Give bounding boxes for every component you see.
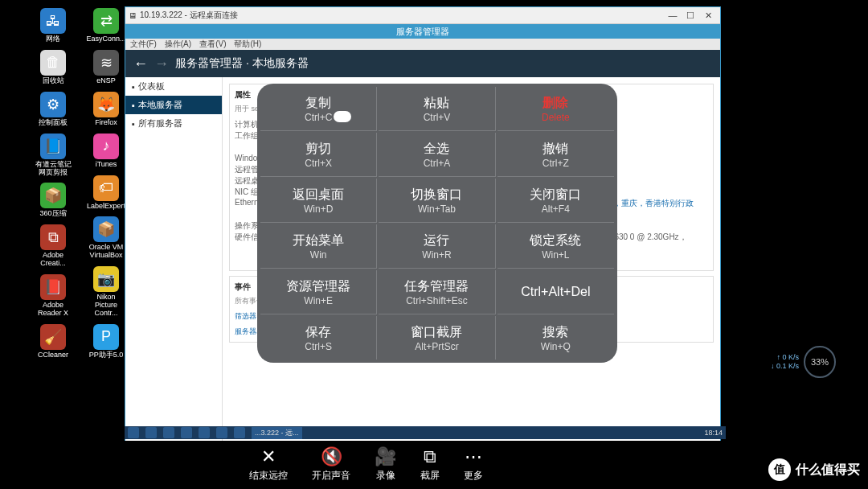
server-manager-header: ← → 服务器管理器 · 本地服务器 [125,50,720,77]
desktop-icon[interactable]: P PP助手5.0 [85,324,127,360]
control-button[interactable]: ⧉ 截屏 [420,446,440,483]
rdp-titlebar[interactable]: 🖥 10.19.3.222 - 远程桌面连接 — ☐ ✕ [125,7,720,24]
shortcut-cell[interactable]: 粘贴 Ctrl+V [379,87,495,131]
taskbar-icon[interactable] [163,427,174,438]
forward-arrow-icon[interactable]: → [154,55,169,72]
shortcut-cell[interactable]: 关闭窗口 Alt+F4 [497,179,614,223]
shortcut-cell[interactable]: Ctrl+Alt+Del [497,270,614,314]
shortcut-cell[interactable]: 复制 Ctrl+C [260,87,377,131]
shortcut-key: Win+Tab [418,203,456,215]
desktop-icon[interactable]: 🖧 网络 [32,8,74,43]
desktop-icon-label: Adobe Reader X [32,302,74,318]
shortcut-name: 全选 [424,141,449,158]
app-icon: 📕 [40,274,66,300]
desktop-icon[interactable]: 🗑 回收站 [32,50,74,85]
shortcut-name: 运行 [424,232,449,249]
menu-item[interactable]: 操作(A) [165,39,191,50]
back-arrow-icon[interactable]: ← [133,55,148,72]
desktop-icon[interactable]: 📦 360压缩 [32,183,74,218]
shortcut-cell[interactable]: 撤销 Ctrl+Z [497,133,614,177]
control-button[interactable]: 🔇 开启声音 [312,446,350,483]
shortcut-cell[interactable]: 全选 Ctrl+A [379,133,495,177]
taskbar-icon[interactable] [181,427,192,438]
shortcut-name: 粘贴 [424,95,449,112]
shortcut-key: Ctrl+X [305,158,332,169]
desktop-icon[interactable]: 📷 Nikon Picture Contr... [85,266,127,318]
shortcut-key: Win+R [422,249,451,261]
desktop-icon[interactable]: ⚙ 控制面板 [32,92,74,127]
desktop-icon-label: 网络 [46,35,60,43]
start-button[interactable] [128,427,139,438]
control-label: 更多 [464,469,483,483]
control-icon: ⋯ [465,446,482,467]
control-button[interactable]: ⋯ 更多 [464,446,483,483]
shortcut-cell[interactable]: 保存 Ctrl+S [260,316,377,360]
taskbar-running-item[interactable]: ...3.222 - 远... [252,427,302,439]
shortcut-name: 保存 [305,324,331,341]
shortcut-key: Win+D [304,203,333,215]
control-button[interactable]: ✕ 结束远控 [249,446,288,483]
remote-taskbar[interactable]: ...3.222 - 远... 18:14 [125,426,726,439]
desktop-icon[interactable]: ≋ eNSP [85,50,127,85]
app-icon: ♪ [93,134,119,159]
shortcut-cell[interactable]: 窗口截屏 Alt+PrtScr [379,316,495,360]
menu-item[interactable]: 查看(V) [199,39,226,50]
shortcut-cell[interactable]: 搜索 Win+Q [497,316,614,360]
menu-item[interactable]: 帮助(H) [234,39,261,50]
desktop-icon[interactable]: 📘 有道云笔记网页剪报 [32,134,74,177]
cpu-circle: 33% [804,346,836,378]
menu-item[interactable]: 文件(F) [130,39,157,50]
shortcut-cell[interactable]: 锁定系统 Win+L [497,224,614,269]
shortcut-name: 任务管理器 [404,278,469,295]
taskbar-icon[interactable] [216,427,227,438]
control-label: 开启声音 [312,469,350,483]
taskbar-icon[interactable] [199,427,210,438]
close-button[interactable]: ✕ [699,10,717,21]
filter-label[interactable]: 筛选器 [235,311,256,322]
shortcut-cell[interactable]: 任务管理器 Ctrl+Shift+Esc [379,270,495,314]
shortcut-cell[interactable]: 剪切 Ctrl+X [260,133,377,177]
control-icon: 🎥 [375,446,396,467]
shortcut-cell[interactable]: 资源管理器 Win+E [260,270,377,314]
shortcut-cell[interactable]: 切换窗口 Win+Tab [379,179,495,223]
control-icon: ✕ [261,446,276,467]
watermark-badge-icon: 值 [768,458,791,481]
shortcut-cell[interactable]: 运行 Win+R [379,224,495,269]
taskbar-icon[interactable] [234,427,245,438]
watermark-text: 什么值得买 [796,462,860,479]
app-icon: P [93,324,119,350]
shortcut-key: Delete [542,112,570,123]
shortcut-cell[interactable]: 删除 Delete [497,87,614,131]
desktop-icon[interactable]: ⇄ EasyConn... [85,8,127,43]
desktop-icon[interactable]: ♪ iTunes [85,134,127,169]
desktop-icon[interactable]: ⧉ Adobe Creati... [32,224,74,268]
inner-menu-bar: 文件(F)操作(A)查看(V)帮助(H) [125,39,720,50]
shortcut-cell[interactable]: 开始菜单 Win [260,224,377,269]
sidebar-item[interactable]: ▪ 本地服务器 [125,96,222,114]
minimize-button[interactable]: — [664,10,682,20]
desktop-icon-label: LabelExpert [87,203,125,211]
desktop-icon[interactable]: 🏷 LabelExpert [85,175,127,211]
shortcut-overlay: 复制 Ctrl+C 粘贴 Ctrl+V 删除 Delete 剪切 Ctrl+X … [257,84,617,363]
desktop-icon[interactable]: 📦 Oracle VM VirtualBox [85,216,127,260]
maximize-button[interactable]: ☐ [682,10,699,21]
desktop-icon[interactable]: 📕 Adobe Reader X [32,274,74,318]
app-icon: 📷 [93,266,119,292]
desktop-icon-label: Nikon Picture Contr... [85,294,127,318]
desktop-icon[interactable]: 🧹 CCleaner [32,324,74,360]
network-widget[interactable]: ↑ 0 K/s ↓ 0.1 K/s 33% [771,346,836,378]
sidebar-item[interactable]: ▪ 所有服务器 [125,114,222,133]
taskbar-icon[interactable] [145,427,157,438]
desktop-icon-label: Adobe Creati... [32,252,74,268]
app-icon: 🦊 [93,92,119,117]
sidebar-item[interactable]: ▪ 仪表板 [125,77,222,96]
shortcut-key: Ctrl+Shift+Esc [406,295,468,306]
app-icon: ⚙ [40,92,66,117]
server-sidebar: ▪ 仪表板▪ 本地服务器▪ 所有服务器 [125,77,223,441]
shortcut-key: Ctrl+V [424,112,451,123]
shortcut-cell[interactable]: 返回桌面 Win+D [260,179,377,223]
shortcut-key: Ctrl+C [305,112,332,123]
control-button[interactable]: 🎥 录像 [375,446,396,483]
desktop-icon-label: PP助手5.0 [89,351,124,360]
desktop-icon[interactable]: 🦊 Firefox [85,92,127,127]
